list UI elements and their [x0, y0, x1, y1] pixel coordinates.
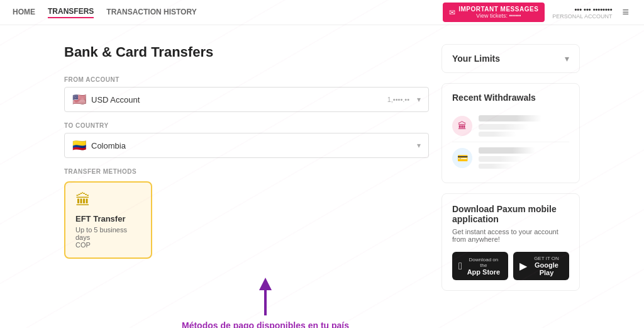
to-country-value: Colombia	[91, 141, 412, 150]
to-country-select[interactable]: 🇨🇴 Colombia ▾	[64, 133, 429, 158]
transfer-methods-group: TRANSFER METHODS 🏛 EFT Transfer Up to 5 …	[64, 168, 429, 259]
usd-flag: 🇺🇸	[72, 93, 86, 106]
annotation: Métodos de pago disponibles en tu país	[102, 278, 429, 328]
method-time: Up to 5 business days	[75, 226, 141, 241]
eft-transfer-card[interactable]: 🏛 EFT Transfer Up to 5 business days COP	[64, 181, 152, 259]
google-play-sub: GET IT ON	[530, 256, 563, 261]
app-store-name: App Store	[465, 268, 502, 276]
from-account-label: FROM ACCOUNT	[64, 76, 429, 83]
hamburger-button[interactable]: ≡	[619, 3, 631, 21]
download-title: Download Paxum mobile application	[452, 204, 569, 224]
header-right: ✉ IMPORTANT MESSAGES View tickets: •••••…	[443, 3, 631, 22]
personal-account-name: ••• ••• ••••••••	[552, 6, 612, 13]
from-account-value: USD Account	[91, 95, 382, 105]
withdrawal-date-2	[479, 164, 513, 169]
store-buttons:  Download on the App Store ▶ GET IT ON …	[452, 252, 569, 280]
withdrawal-amount-2	[479, 156, 523, 162]
chevron-down-icon-2: ▾	[417, 141, 421, 150]
app-store-sub: Download on the	[465, 257, 502, 268]
bank-withdrawal-icon: 🏛	[452, 116, 472, 136]
google-play-icon: ▶	[519, 260, 527, 272]
download-card: Download Paxum mobile application Get in…	[441, 193, 580, 291]
google-play-button[interactable]: ▶ GET IT ON Google Play	[513, 252, 569, 280]
important-messages-title: IMPORTANT MESSAGES	[458, 6, 538, 13]
nav-transaction-history[interactable]: TRANSACTION HISTORY	[106, 8, 196, 18]
withdrawal-details-2	[479, 147, 569, 169]
limits-card[interactable]: Your Limits ▾	[441, 44, 580, 73]
nav-transfers[interactable]: TRANSFERS	[48, 7, 94, 18]
header: HOME TRANSFERS TRANSACTION HISTORY ✉ IMP…	[0, 0, 644, 25]
nav: HOME TRANSFERS TRANSACTION HISTORY	[13, 7, 197, 18]
chevron-down-icon: ▾	[417, 95, 421, 104]
withdrawal-name-1	[479, 115, 541, 122]
google-play-name: Google Play	[530, 261, 563, 276]
arrow-shaft	[264, 290, 267, 315]
to-country-label: TO COUNTRY	[64, 122, 429, 129]
download-subtitle: Get instant access to your account from …	[452, 228, 569, 243]
mail-icon: ✉	[449, 8, 455, 17]
method-currency: COP	[75, 241, 91, 249]
bank-icon: 🏛	[75, 191, 91, 209]
withdrawal-item-2[interactable]: 💳	[452, 142, 569, 174]
personal-account-label: PERSONAL ACCOUNT	[552, 13, 612, 20]
important-messages-button[interactable]: ✉ IMPORTANT MESSAGES View tickets: •••••…	[443, 3, 545, 22]
main-content: Bank & Card Transfers FROM ACCOUNT 🇺🇸 US…	[39, 25, 605, 328]
left-panel: Bank & Card Transfers FROM ACCOUNT 🇺🇸 US…	[64, 44, 429, 328]
to-country-group: TO COUNTRY 🇨🇴 Colombia ▾	[64, 122, 429, 158]
withdrawal-name-2	[479, 147, 535, 154]
card-withdrawal-icon: 💳	[452, 148, 472, 168]
right-panel: Your Limits ▾ Recent Withdrawals 🏛 💳	[441, 44, 580, 328]
personal-account: ••• ••• •••••••• PERSONAL ACCOUNT	[552, 6, 612, 20]
app-store-button[interactable]:  Download on the App Store	[452, 252, 508, 280]
arrow-up-icon	[259, 278, 272, 290]
from-account-select[interactable]: 🇺🇸 USD Account 1,••••.•• ▾	[64, 87, 429, 112]
account-balance: 1,••••.••	[387, 96, 409, 103]
withdrawal-date-1	[479, 132, 516, 137]
annotation-text: Métodos de pago disponibles en tu país	[182, 320, 349, 328]
from-account-group: FROM ACCOUNT 🇺🇸 USD Account 1,••••.•• ▾	[64, 76, 429, 112]
recent-withdrawals-card: Recent Withdrawals 🏛 💳	[441, 83, 580, 183]
transfer-methods-label: TRANSFER METHODS	[64, 168, 429, 175]
page-title: Bank & Card Transfers	[64, 44, 429, 60]
limits-title: Your Limits	[452, 54, 500, 64]
withdrawal-amount-1	[479, 124, 529, 130]
withdrawal-item[interactable]: 🏛	[452, 110, 569, 142]
withdrawal-details-1	[479, 115, 569, 137]
colombia-flag: 🇨🇴	[72, 139, 86, 152]
chevron-down-icon-3: ▾	[565, 54, 569, 64]
nav-home[interactable]: HOME	[13, 8, 35, 18]
important-messages-sub: View tickets: ••••••	[458, 13, 538, 19]
recent-withdrawals-title: Recent Withdrawals	[452, 93, 569, 103]
method-name: EFT Transfer	[75, 214, 125, 223]
apple-icon: 	[458, 261, 462, 272]
